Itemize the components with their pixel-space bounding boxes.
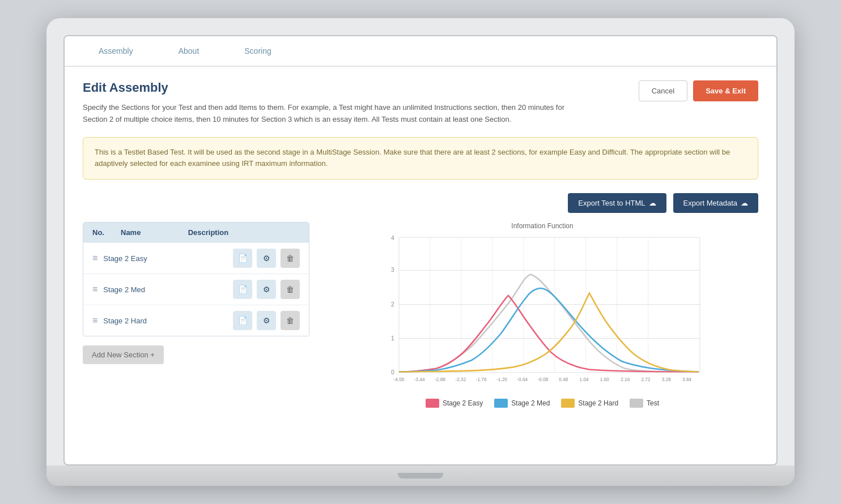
svg-text:3.84: 3.84 (682, 377, 692, 382)
section-table: No. Name Description ≡ Stage 2 Easy 📄 (83, 222, 309, 336)
legend-med: Stage 2 Med (494, 399, 550, 408)
svg-text:1.04: 1.04 (580, 377, 589, 382)
export-html-label: Export Test to HTML (578, 199, 645, 207)
left-panel: No. Name Description ≡ Stage 2 Easy 📄 (83, 222, 309, 364)
nav-tabs: Assembly About Scoring (65, 36, 776, 67)
row-actions-1: 📄 ⚙ 🗑 (233, 249, 300, 268)
section-name-1: Stage 2 Easy (103, 254, 227, 263)
tab-about[interactable]: About (156, 36, 222, 67)
trash-icon-3: 🗑 (286, 316, 294, 325)
add-section-button[interactable]: Add New Section + (83, 345, 164, 364)
legend-test: Test (630, 399, 659, 408)
add-item-button-2[interactable]: 📄 (233, 280, 252, 299)
svg-text:3.28: 3.28 (662, 377, 672, 382)
legend-hard: Stage 2 Hard (561, 399, 618, 408)
information-function-chart: 0 1 2 3 4 (326, 234, 758, 393)
export-row: Export Test to HTML ☁ Export Metadata ☁ (83, 193, 758, 213)
export-html-button[interactable]: Export Test to HTML ☁ (568, 193, 666, 213)
svg-text:1: 1 (391, 335, 394, 341)
page-description: Specify the Sections for your Test and t… (83, 102, 570, 126)
svg-text:-2.88: -2.88 (435, 377, 445, 382)
table-header: No. Name Description (83, 223, 309, 242)
laptop-base (46, 465, 795, 486)
gear-icon-2: ⚙ (263, 285, 270, 294)
settings-button-3[interactable]: ⚙ (257, 311, 276, 330)
legend-label-test: Test (647, 399, 659, 407)
tab-scoring[interactable]: Scoring (222, 36, 294, 67)
table-row: ≡ Stage 2 Hard 📄 ⚙ 🗑 (83, 305, 309, 336)
gear-icon: ⚙ (263, 254, 270, 263)
legend-swatch-med (494, 399, 508, 408)
svg-text:4: 4 (391, 236, 394, 242)
delete-button-1[interactable]: 🗑 (281, 249, 300, 268)
trash-icon-2: 🗑 (286, 285, 294, 294)
svg-text:-0.08: -0.08 (538, 377, 549, 382)
col-no-header: No. (92, 228, 109, 237)
settings-button-2[interactable]: ⚙ (257, 280, 276, 299)
legend-easy: Stage 2 Easy (426, 399, 483, 408)
chart-title: Information Function (326, 222, 758, 230)
drag-handle-icon[interactable]: ≡ (92, 253, 97, 263)
laptop-frame: Assembly About Scoring Edit Assembly Spe… (46, 18, 795, 486)
delete-button-2[interactable]: 🗑 (281, 280, 300, 299)
svg-text:-4.00: -4.00 (394, 377, 405, 382)
add-item-button-3[interactable]: 📄 (233, 311, 252, 330)
svg-text:-1.20: -1.20 (496, 377, 507, 382)
legend-swatch-hard (561, 399, 575, 408)
svg-text:2.72: 2.72 (641, 377, 651, 382)
svg-text:2.16: 2.16 (621, 377, 630, 382)
settings-button-1[interactable]: ⚙ (257, 249, 276, 268)
chart-container: 0 1 2 3 4 (326, 234, 758, 393)
svg-text:1.60: 1.60 (600, 377, 610, 382)
legend-label-med: Stage 2 Med (511, 399, 550, 407)
trash-icon: 🗑 (286, 254, 294, 263)
svg-text:-3.44: -3.44 (414, 377, 425, 382)
laptop-notch (398, 473, 443, 479)
tab-assembly[interactable]: Assembly (76, 36, 156, 67)
cancel-button[interactable]: Cancel (639, 80, 687, 101)
legend-label-easy: Stage 2 Easy (443, 399, 483, 407)
svg-text:-0.64: -0.64 (517, 377, 528, 382)
add-doc-icon-2: 📄 (238, 285, 248, 294)
header-left: Edit Assembly Specify the Sections for y… (83, 80, 627, 137)
section-name-2: Stage 2 Med (103, 285, 227, 294)
header-row: Edit Assembly Specify the Sections for y… (83, 80, 758, 137)
header-actions: Cancel Save & Exit (639, 80, 758, 101)
row-actions-2: 📄 ⚙ 🗑 (233, 280, 300, 299)
save-exit-button[interactable]: Save & Exit (693, 80, 758, 101)
svg-text:0.48: 0.48 (559, 377, 568, 382)
upload-icon: ☁ (649, 199, 656, 207)
laptop-screen: Assembly About Scoring Edit Assembly Spe… (63, 35, 778, 465)
add-item-button-1[interactable]: 📄 (233, 249, 252, 268)
row-actions-3: 📄 ⚙ 🗑 (233, 311, 300, 330)
add-doc-icon-3: 📄 (238, 316, 248, 325)
drag-handle-icon-2[interactable]: ≡ (92, 284, 97, 294)
legend-swatch-test (630, 399, 643, 408)
gear-icon-3: ⚙ (263, 316, 270, 325)
legend-swatch-easy (426, 399, 439, 408)
svg-text:2: 2 (391, 301, 394, 307)
svg-text:0: 0 (391, 369, 394, 375)
export-meta-label: Export Metadata (683, 199, 737, 207)
page-title: Edit Assembly (83, 80, 627, 95)
delete-button-3[interactable]: 🗑 (281, 311, 300, 330)
drag-handle-icon-3[interactable]: ≡ (92, 315, 97, 326)
svg-text:3: 3 (391, 267, 394, 274)
add-doc-icon: 📄 (238, 254, 248, 263)
export-metadata-button[interactable]: Export Metadata ☁ (673, 193, 758, 213)
table-row: ≡ Stage 2 Med 📄 ⚙ 🗑 (83, 274, 309, 305)
legend-label-hard: Stage 2 Hard (578, 399, 618, 407)
col-desc-header: Description (188, 228, 300, 237)
table-row: ≡ Stage 2 Easy 📄 ⚙ 🗑 (83, 242, 309, 274)
main-content: Edit Assembly Specify the Sections for y… (65, 67, 776, 421)
section-name-3: Stage 2 Hard (103, 317, 227, 325)
two-col-layout: No. Name Description ≡ Stage 2 Easy 📄 (83, 222, 758, 408)
alert-box: This is a Testlet Based Test. It will be… (83, 137, 758, 180)
chart-legend: Stage 2 Easy Stage 2 Med Stage 2 Hard (326, 399, 758, 408)
upload-icon-2: ☁ (741, 199, 748, 207)
col-name-header: Name (121, 228, 177, 237)
svg-text:-2.32: -2.32 (455, 377, 466, 382)
svg-text:-1.76: -1.76 (476, 377, 487, 382)
right-panel: Information Function 0 1 (326, 222, 758, 408)
